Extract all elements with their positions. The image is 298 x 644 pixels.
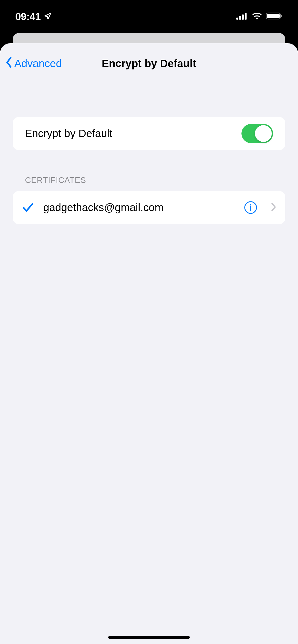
navigation-bar: Advanced Encrypt by Default: [0, 43, 298, 84]
chevron-right-icon: [271, 202, 276, 213]
settings-sheet: Advanced Encrypt by Default Encrypt by D…: [0, 43, 298, 644]
checkmark-icon: [22, 202, 34, 213]
certificate-email: gadgethacks@gmail.com: [43, 201, 235, 214]
status-right: [236, 12, 283, 21]
certificate-row[interactable]: gadgethacks@gmail.com: [13, 191, 285, 224]
svg-rect-2: [242, 14, 244, 20]
cellular-icon: [236, 12, 248, 21]
svg-rect-3: [245, 13, 247, 20]
svg-point-8: [250, 204, 251, 206]
svg-rect-1: [239, 16, 241, 20]
svg-rect-9: [250, 206, 251, 211]
home-indicator[interactable]: [108, 636, 190, 639]
encrypt-toggle-row: Encrypt by Default: [13, 117, 285, 150]
encrypt-toggle[interactable]: [241, 124, 273, 143]
status-left: 09:41: [15, 11, 51, 22]
status-bar: 09:41: [0, 0, 298, 33]
back-button[interactable]: Advanced: [5, 56, 62, 71]
info-button[interactable]: [244, 201, 257, 214]
encrypt-label: Encrypt by Default: [25, 127, 241, 140]
certificates-header: CERTIFICATES: [13, 150, 285, 191]
toggle-knob: [255, 125, 272, 142]
screen: 09:41: [0, 0, 298, 644]
svg-rect-6: [281, 15, 282, 17]
battery-icon: [266, 12, 283, 21]
svg-rect-0: [236, 18, 238, 20]
back-label: Advanced: [14, 57, 62, 70]
svg-rect-5: [267, 14, 280, 18]
status-time: 09:41: [15, 11, 41, 22]
chevron-left-icon: [5, 56, 13, 71]
location-icon: [44, 11, 51, 22]
content: Encrypt by Default CERTIFICATES gadgetha…: [0, 84, 298, 224]
wifi-icon: [252, 12, 262, 21]
